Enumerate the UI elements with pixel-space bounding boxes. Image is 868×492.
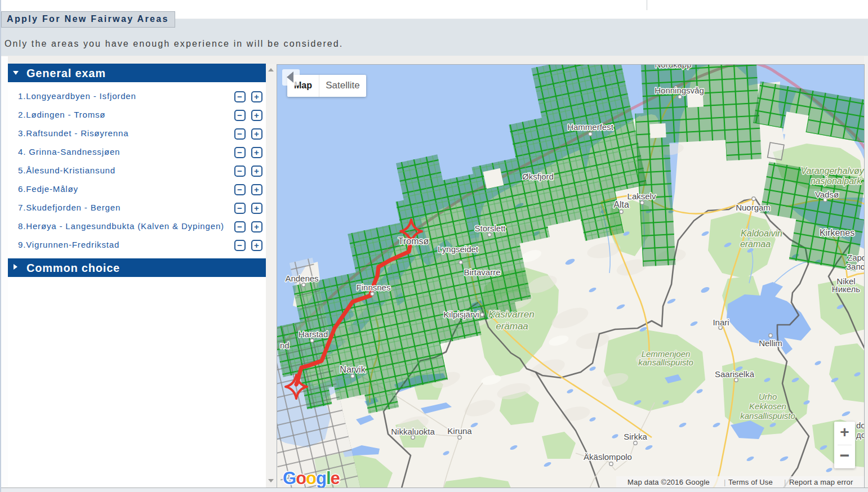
svg-text:Käsivarren: Käsivarren: [488, 309, 534, 320]
svg-text:Kilpisjärvi: Kilpisjärvi: [443, 310, 479, 319]
svg-text:Urho: Urho: [759, 392, 777, 401]
svg-text:kansallispuisto: kansallispuisto: [740, 411, 795, 421]
svg-text:nasjonalpark: nasjonalpark: [811, 176, 862, 186]
svg-text:Kirkenes: Kirkenes: [820, 228, 854, 238]
svg-text:Lyngseidet: Lyngseidet: [438, 244, 479, 254]
svg-text:Nellim: Nellim: [759, 338, 782, 348]
svg-text:Hammerfest: Hammerfest: [567, 122, 614, 132]
svg-text:Nuorgam: Nuorgam: [736, 203, 771, 212]
svg-text:Google: Google: [283, 468, 340, 487]
svg-text:Kekkosen: Kekkosen: [749, 401, 786, 411]
svg-text:Kaldoaivin: Kaldoaivin: [741, 229, 782, 238]
svg-text:Никель: Никель: [832, 284, 861, 294]
svg-text:Birtavarre: Birtavarre: [464, 267, 500, 277]
svg-text:Tromsø: Tromsø: [398, 236, 429, 246]
svg-text:Lakselv: Lakselv: [627, 191, 656, 201]
svg-text:Запол: Запол: [846, 262, 865, 271]
svg-text:Harstad: Harstad: [299, 329, 328, 339]
svg-text:Storslett: Storslett: [474, 223, 506, 233]
svg-text:Alta: Alta: [613, 200, 629, 209]
svg-text:Varangerhalvøyå: Varangerhalvøyå: [800, 166, 865, 176]
svg-text:Nordkapp: Nordkapp: [655, 65, 691, 69]
svg-text:Vadsø: Vadsø: [815, 190, 839, 199]
svg-text:Øksfjord: Øksfjord: [522, 172, 554, 181]
svg-text:erämaa: erämaa: [740, 239, 771, 249]
svg-text:Kiruna: Kiruna: [447, 426, 472, 436]
svg-text:Andenes: Andenes: [285, 274, 318, 283]
svg-text:nd: nd: [280, 341, 290, 350]
svg-text:до: до: [856, 430, 865, 440]
svg-text:Sirkka: Sirkka: [624, 432, 647, 441]
svg-text:Saariselkä: Saariselkä: [715, 369, 755, 379]
svg-text:Inari: Inari: [713, 317, 729, 327]
svg-text:Finnsnes: Finnsnes: [357, 283, 391, 292]
svg-text:Zapo: Zapo: [847, 253, 865, 262]
svg-text:Honningsvåg: Honningsvåg: [655, 86, 704, 95]
svg-text:erämaa: erämaa: [496, 321, 528, 332]
svg-text:Äkäslompolo: Äkäslompolo: [584, 452, 632, 462]
svg-text:do: do: [856, 421, 865, 430]
svg-text:kansallispuisto: kansallispuisto: [638, 357, 693, 367]
svg-text:Narvik: Narvik: [340, 365, 366, 374]
svg-text:Nikkaluokta: Nikkaluokta: [391, 427, 435, 436]
